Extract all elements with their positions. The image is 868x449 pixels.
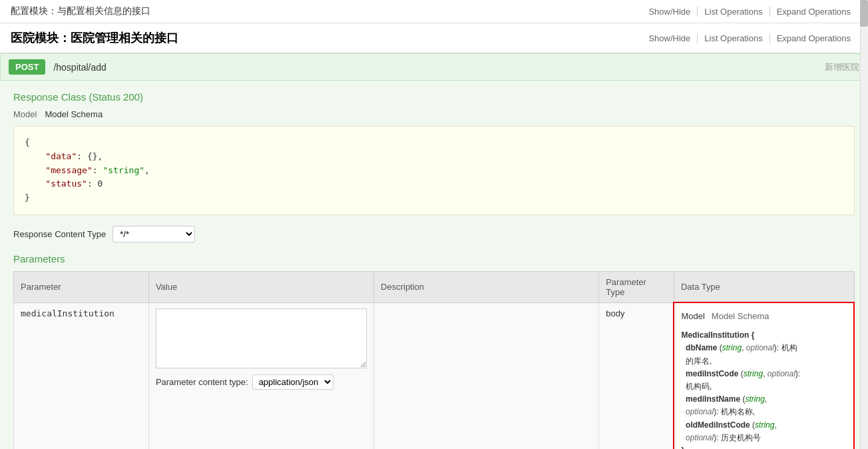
json-key-status: "status" — [45, 179, 87, 189]
config-show-hide-link[interactable]: Show/Hide — [642, 7, 698, 17]
hospital-show-hide-link[interactable]: Show/Hide — [642, 33, 698, 43]
table-body: medicalInstitution Parameter content typ… — [14, 302, 855, 449]
data-type-content: MedicalInstitution { dbName (string, opt… — [681, 329, 847, 449]
hospital-list-operations-link[interactable]: List Operations — [698, 33, 769, 43]
endpoint-description: 新增医院 — [825, 61, 859, 73]
page-wrapper: 配置模块：与配置相关信息的接口 Show/Hide List Operation… — [0, 0, 868, 449]
col-parameter-type: Parameter Type — [599, 271, 674, 302]
hospital-section-title: 医院模块：医院管理相关的接口 — [11, 30, 178, 46]
field-mediinstname: mediInstName (string, optional): 机构名称, — [681, 394, 767, 416]
response-content-type-label: Response Content Type — [13, 229, 106, 239]
table-header-row: Parameter Value Description Parameter Ty… — [14, 271, 855, 302]
json-block: { "data": {}, "message": "string", "stat… — [13, 126, 855, 215]
param-content-type-select[interactable]: application/json — [252, 374, 333, 390]
param-content-type-label: Parameter content type: — [156, 377, 248, 387]
hospital-expand-operations-link[interactable]: Expand Operations — [770, 33, 857, 43]
param-type-cell: body — [599, 302, 674, 449]
param-content-type-row: Parameter content type: application/json — [156, 374, 367, 390]
config-list-operations-link[interactable]: List Operations — [698, 7, 769, 17]
endpoint-path: /hospital/add — [53, 62, 825, 73]
json-key-message: "message" — [45, 165, 92, 175]
endpoint-bar: POST /hospital/add 新增医院 — [0, 53, 868, 81]
param-name-cell: medicalInstitution — [14, 302, 149, 449]
field-mediinstcode: mediInstCode (string, optional): 机构码, — [681, 369, 800, 391]
response-class-title: Response Class (Status 200) — [13, 91, 855, 103]
parameters-section: Parameters Parameter Value Description P… — [13, 253, 855, 449]
config-section-title: 配置模块：与配置相关信息的接口 — [11, 5, 150, 17]
col-data-type: Data Type — [674, 271, 854, 302]
json-val-message: "string" — [103, 165, 144, 175]
data-type-cell: Model Model Schema MedicalInstitution { … — [674, 302, 854, 449]
data-type-schema-tab[interactable]: Model Schema — [712, 310, 769, 324]
config-section-header: 配置模块：与配置相关信息的接口 Show/Hide List Operation… — [0, 0, 868, 23]
param-name: medicalInstitution — [21, 308, 114, 318]
data-type-model-tab[interactable]: Model — [681, 310, 704, 324]
json-key-data: "data" — [45, 151, 77, 161]
data-type-tabs: Model Model Schema — [681, 310, 847, 324]
scrollbar-track[interactable] — [860, 0, 868, 449]
col-parameter: Parameter — [14, 271, 149, 302]
param-description-cell — [374, 302, 599, 449]
config-header-actions: Show/Hide List Operations Expand Operati… — [642, 7, 857, 17]
config-expand-operations-link[interactable]: Expand Operations — [770, 7, 857, 17]
table-header: Parameter Value Description Parameter Ty… — [14, 271, 855, 302]
parameters-title: Parameters — [13, 253, 855, 264]
content-area: Response Class (Status 200) Model Model … — [0, 81, 868, 449]
param-value-textarea[interactable] — [156, 308, 367, 368]
param-value-cell: Parameter content type: application/json — [148, 302, 373, 449]
scrollbar-thumb[interactable] — [860, 0, 868, 27]
model-tab[interactable]: Model — [13, 109, 37, 119]
response-content-type-select[interactable]: */* application/json — [112, 226, 195, 242]
hospital-section-header: 医院模块：医院管理相关的接口 Show/Hide List Operations… — [0, 23, 868, 53]
field-oldmediinstcode: oldMediInstCode (string, optional): 历史机构… — [681, 420, 776, 442]
class-closing: } — [681, 446, 684, 449]
model-schema-tab[interactable]: Model Schema — [45, 109, 103, 119]
parameters-table: Parameter Value Description Parameter Ty… — [13, 271, 855, 449]
col-value: Value — [148, 271, 373, 302]
method-badge: POST — [9, 59, 45, 75]
table-row: medicalInstitution Parameter content typ… — [14, 302, 855, 449]
class-name: MedicalInstitution { — [681, 330, 754, 340]
col-description: Description — [374, 271, 599, 302]
model-tabs: Model Model Schema — [13, 109, 855, 119]
response-content-type-row: Response Content Type */* application/js… — [13, 226, 855, 242]
response-class-section: Response Class (Status 200) Model Model … — [13, 91, 855, 215]
hospital-header-actions: Show/Hide List Operations Expand Operati… — [642, 33, 857, 43]
field-dbname: dbName (string, optional): 机构 的库名, — [681, 343, 797, 365]
